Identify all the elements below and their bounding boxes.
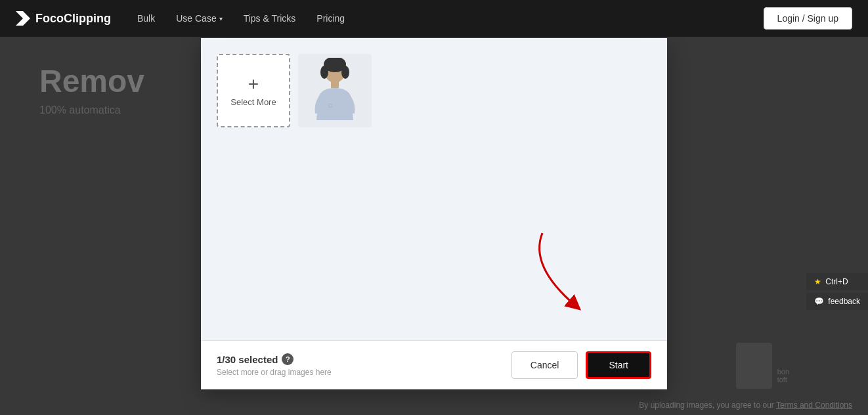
- nav-use-case[interactable]: Use Case ▾: [176, 13, 222, 24]
- cancel-button[interactable]: Cancel: [511, 351, 578, 379]
- drag-hint: Select more or drag images here: [217, 368, 332, 377]
- person-image: ◻: [309, 58, 361, 123]
- svg-rect-4: [331, 81, 339, 88]
- feedback-button[interactable]: 💬 feedback: [806, 293, 868, 310]
- modal-footer: 1/30 selected ? Select more or drag imag…: [201, 340, 667, 389]
- svg-text:◻: ◻: [328, 102, 333, 108]
- arrow-annotation: [523, 227, 608, 318]
- upload-modal: + Select More ◻: [201, 38, 667, 389]
- nav-use-case-label: Use Case: [176, 13, 216, 24]
- shortcut-label: Ctrl+D: [825, 277, 848, 286]
- chevron-down-icon: ▾: [219, 15, 223, 22]
- footer-left: 1/30 selected ? Select more or drag imag…: [217, 353, 332, 377]
- navbar-right: Login / Sign up: [764, 7, 852, 30]
- navbar: FocoClipping Bulk Use Case ▾ Tips & Tric…: [0, 0, 868, 37]
- selected-count-text: 1/30 selected: [217, 354, 278, 365]
- selected-count: 1/30 selected ?: [217, 353, 332, 365]
- login-button[interactable]: Login / Sign up: [764, 7, 852, 30]
- modal-content-area: + Select More ◻: [201, 38, 667, 340]
- logo-text: FocoClipping: [35, 12, 111, 26]
- select-more-label: Select More: [230, 97, 276, 107]
- plus-icon: +: [248, 75, 259, 93]
- star-icon: ★: [814, 277, 821, 286]
- start-button[interactable]: Start: [586, 351, 651, 379]
- feedback-label: feedback: [828, 297, 860, 306]
- chat-icon: 💬: [814, 297, 824, 306]
- select-more-button[interactable]: + Select More: [217, 54, 290, 127]
- help-icon[interactable]: ?: [282, 353, 293, 365]
- nav-bulk[interactable]: Bulk: [137, 13, 155, 24]
- logo-icon: [16, 11, 30, 26]
- nav-links: Bulk Use Case ▾ Tips & Tricks Pricing: [137, 13, 764, 24]
- logo[interactable]: FocoClipping: [16, 11, 111, 26]
- uploaded-image-thumb[interactable]: ◻: [298, 54, 372, 127]
- nav-tips[interactable]: Tips & Tricks: [244, 13, 296, 24]
- footer-right: Cancel Start: [511, 351, 651, 379]
- svg-point-2: [320, 66, 328, 79]
- feedback-panel: ★ Ctrl+D 💬 feedback: [806, 273, 868, 310]
- nav-pricing[interactable]: Pricing: [316, 13, 345, 24]
- shortcut-button[interactable]: ★ Ctrl+D: [806, 273, 868, 290]
- svg-point-3: [341, 66, 349, 79]
